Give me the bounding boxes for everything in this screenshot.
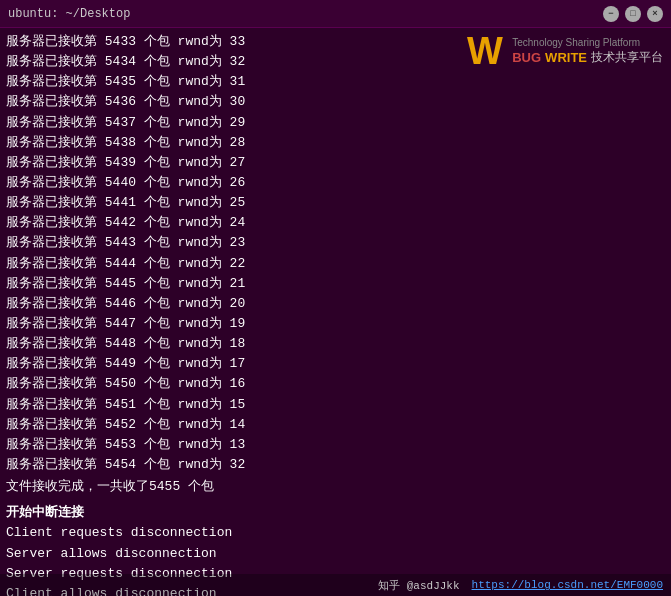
w-logo-icon: W	[466, 30, 508, 72]
title-bar: ubuntu: ~/Desktop − □ ×	[0, 0, 671, 28]
terminal-body: W Technology Sharing Platform BUG WRITE …	[0, 28, 671, 596]
log-line: 服务器已接收第 5449 个包 rwnd为 17	[6, 354, 665, 374]
chinese-platform-text: 技术共享平台	[591, 49, 663, 66]
log-line: 服务器已接收第 5441 个包 rwnd为 25	[6, 193, 665, 213]
complete-line: 文件接收完成，一共收了5455 个包	[6, 477, 665, 497]
maximize-button[interactable]: □	[625, 6, 641, 22]
bottom-link[interactable]: https://blog.csdn.net/EMF0000	[472, 579, 663, 591]
title-buttons: − □ ×	[603, 6, 663, 22]
log-line: 服务器已接收第 5444 个包 rwnd为 22	[6, 254, 665, 274]
log-line: 服务器已接收第 5438 个包 rwnd为 28	[6, 133, 665, 153]
watermark-logo: W Technology Sharing Platform BUG WRITE …	[466, 30, 663, 72]
svg-text:W: W	[467, 30, 503, 72]
write-text: WRITE	[545, 50, 587, 65]
log-line: 服务器已接收第 5445 个包 rwnd为 21	[6, 274, 665, 294]
connection-line: Client requests disconnection	[6, 523, 665, 543]
section2-header: 开始中断连接	[6, 503, 665, 523]
minimize-button[interactable]: −	[603, 6, 619, 22]
log-line: 服务器已接收第 5452 个包 rwnd为 14	[6, 415, 665, 435]
log-line: 服务器已接收第 5451 个包 rwnd为 15	[6, 395, 665, 415]
top-platform-text: Technology Sharing Platform	[512, 36, 663, 49]
log-line: 服务器已接收第 5440 个包 rwnd为 26	[6, 173, 665, 193]
close-button[interactable]: ×	[647, 6, 663, 22]
platform-labels: Technology Sharing Platform BUG WRITE 技术…	[512, 36, 663, 66]
credit-text: 知乎 @asdJJkk	[378, 578, 459, 593]
connection-line: Server allows disconnection	[6, 544, 665, 564]
log-line: 服务器已接收第 5437 个包 rwnd为 29	[6, 113, 665, 133]
log-line: 服务器已接收第 5453 个包 rwnd为 13	[6, 435, 665, 455]
bug-text: BUG	[512, 50, 541, 65]
log-line: 服务器已接收第 5439 个包 rwnd为 27	[6, 153, 665, 173]
log-line: 服务器已接收第 5436 个包 rwnd为 30	[6, 92, 665, 112]
log-line: 服务器已接收第 5442 个包 rwnd为 24	[6, 213, 665, 233]
title-text: ubuntu: ~/Desktop	[8, 7, 603, 21]
log-line: 服务器已接收第 5446 个包 rwnd为 20	[6, 294, 665, 314]
log-line: 服务器已接收第 5435 个包 rwnd为 31	[6, 72, 665, 92]
log-line: 服务器已接收第 5450 个包 rwnd为 16	[6, 374, 665, 394]
log-line: 服务器已接收第 5454 个包 rwnd为 32	[6, 455, 665, 475]
log-line: 服务器已接收第 5448 个包 rwnd为 18	[6, 334, 665, 354]
log-line: 服务器已接收第 5443 个包 rwnd为 23	[6, 233, 665, 253]
bottom-bar: 知乎 @asdJJkk https://blog.csdn.net/EMF000…	[0, 574, 671, 596]
watermark: W Technology Sharing Platform BUG WRITE …	[466, 30, 663, 72]
log-line: 服务器已接收第 5447 个包 rwnd为 19	[6, 314, 665, 334]
log-lines-container: 服务器已接收第 5433 个包 rwnd为 33服务器已接收第 5434 个包 …	[6, 32, 665, 475]
